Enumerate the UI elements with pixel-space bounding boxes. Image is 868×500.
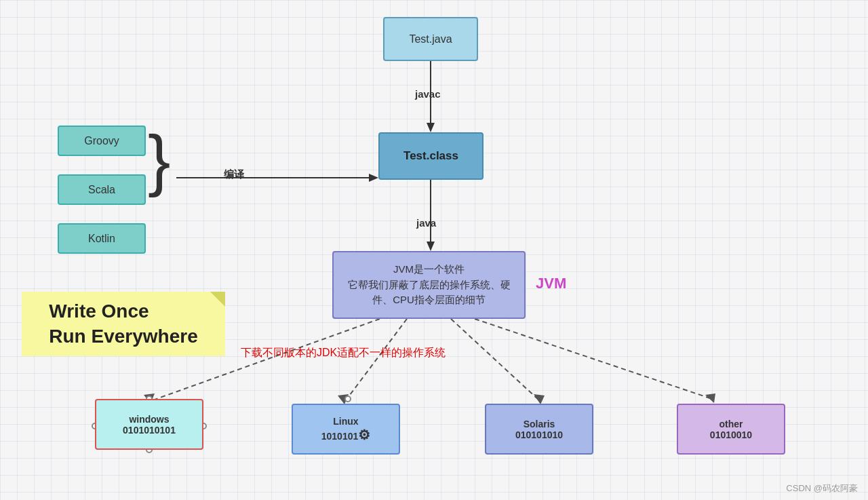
jvm-line1: JVM是一个软件 <box>348 262 511 277</box>
write-once-box: Write OnceRun Everywhere <box>22 292 225 356</box>
compile-label: 编译 <box>224 168 244 181</box>
java-label: java <box>416 217 436 229</box>
solaris-label: Solaris <box>515 419 563 429</box>
other-text: other 01010010 <box>710 419 752 440</box>
diagram-container: Test.java javac Test.class java JVM是一个软件… <box>0 0 868 500</box>
solaris-box: Solaris 010101010 <box>485 404 593 455</box>
kotlin-box: Kotlin <box>58 223 146 254</box>
svg-marker-1 <box>427 123 435 132</box>
windows-box: windows 0101010101 <box>95 399 203 450</box>
svg-line-12 <box>475 319 712 399</box>
write-once-text: Write OnceRun Everywhere <box>49 299 197 349</box>
svg-marker-11 <box>534 394 545 404</box>
linux-box: Linux 1010101⚙ <box>292 404 400 455</box>
jvm-text: JVM是一个软件 它帮我们屏蔽了底层的操作系统、硬 件、CPU指令层面的细节 <box>348 262 511 308</box>
solaris-text: Solaris 010101010 <box>515 419 563 440</box>
linux-sublabel: 1010101⚙ <box>321 427 371 443</box>
windows-selection-container: windows 0101010101 <box>95 399 203 450</box>
write-once-corner <box>210 292 225 307</box>
test-java-label: Test.java <box>409 33 452 45</box>
other-label: other <box>710 419 752 429</box>
kotlin-label: Kotlin <box>88 233 115 245</box>
other-box: other 01010010 <box>677 404 785 455</box>
windows-sublabel: 0101010101 <box>123 425 176 436</box>
windows-label: windows <box>123 414 176 425</box>
javac-label: javac <box>415 88 441 100</box>
svg-marker-3 <box>427 242 435 251</box>
svg-marker-5 <box>369 174 378 182</box>
scala-label: Scala <box>88 184 115 196</box>
watermark: CSDN @码农阿豪 <box>786 482 858 495</box>
groovy-box: Groovy <box>58 126 146 156</box>
brace-symbol: } <box>148 126 170 193</box>
linux-text: Linux 1010101⚙ <box>321 416 371 443</box>
test-class-box: Test.class <box>378 132 484 180</box>
svg-marker-13 <box>705 393 715 403</box>
jvm-side-label: JVM <box>536 275 566 292</box>
linux-handle-top <box>344 396 351 402</box>
windows-text: windows 0101010101 <box>123 414 176 436</box>
jvm-line3: 件、CPU指令层面的细节 <box>348 292 511 308</box>
jvm-box: JVM是一个软件 它帮我们屏蔽了底层的操作系统、硬 件、CPU指令层面的细节 <box>332 251 526 319</box>
test-class-label: Test.class <box>403 149 458 163</box>
test-java-box: Test.java <box>383 17 478 61</box>
other-sublabel: 01010010 <box>710 429 752 440</box>
groovy-label: Groovy <box>84 135 119 147</box>
scala-box: Scala <box>58 174 146 205</box>
red-text-label: 下载不同版本的JDK适配不一样的操作系统 <box>241 346 446 360</box>
linux-label: Linux <box>321 416 371 427</box>
solaris-sublabel: 010101010 <box>515 429 563 440</box>
svg-line-10 <box>451 319 539 400</box>
jvm-line2: 它帮我们屏蔽了底层的操作系统、硬 <box>348 277 511 293</box>
